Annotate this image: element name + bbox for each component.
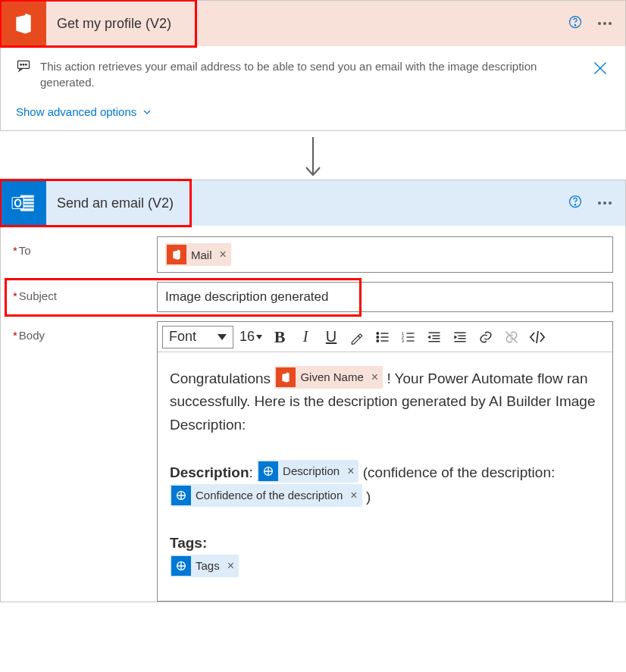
info-text: This action retrieves your email address…	[40, 58, 581, 90]
office-icon	[276, 367, 296, 387]
font-size-selector[interactable]: 16	[236, 326, 265, 349]
more-menu-icon[interactable]	[598, 22, 612, 25]
token-confidence[interactable]: Confidence of the description ×	[170, 484, 362, 507]
comment-icon	[16, 58, 31, 77]
action-card-get-profile: Get my profile (V2) This action retrieve…	[0, 0, 626, 131]
remove-token-icon[interactable]: ×	[368, 367, 378, 387]
editor-toolbar: Font 16 B I U	[158, 322, 612, 352]
body-tags-line: Tags: Tags ×	[170, 532, 600, 580]
outlook-icon	[1, 180, 46, 226]
label-to: *To	[13, 236, 157, 257]
token-given-name[interactable]: Given Name ×	[274, 366, 383, 389]
ai-builder-icon	[171, 486, 191, 505]
ai-builder-icon	[258, 461, 278, 481]
svg-point-5	[26, 64, 27, 66]
token-tags[interactable]: Tags ×	[170, 555, 239, 577]
remove-token-icon[interactable]: ×	[344, 461, 354, 481]
info-row: This action retrieves your email address…	[1, 46, 625, 96]
card-header[interactable]: Get my profile (V2)	[1, 1, 625, 46]
show-advanced-options-link[interactable]: Show advanced options	[1, 96, 625, 130]
svg-point-13	[377, 339, 379, 342]
underline-button[interactable]: U	[320, 326, 343, 349]
caret-down-icon	[256, 335, 262, 339]
link-button[interactable]	[474, 326, 497, 349]
field-row-subject: *Subject Image description generated	[13, 282, 613, 312]
to-input[interactable]: Mail ×	[157, 236, 613, 273]
token-description[interactable]: Description ×	[257, 460, 358, 483]
subject-input[interactable]: Image description generated	[157, 282, 613, 312]
svg-point-10	[574, 205, 575, 205]
help-icon[interactable]	[568, 14, 583, 33]
token-mail[interactable]: Mail ×	[165, 243, 231, 266]
advanced-options-label: Show advanced options	[16, 105, 136, 118]
remove-token-icon[interactable]: ×	[224, 556, 234, 576]
unlink-button[interactable]	[500, 326, 523, 349]
caret-down-icon	[218, 334, 227, 340]
bold-button[interactable]: B	[268, 326, 291, 349]
svg-point-12	[377, 336, 379, 338]
numbered-list-button[interactable]: 123	[397, 326, 420, 349]
color-picker-button[interactable]	[346, 326, 368, 349]
bullet-list-button[interactable]	[371, 326, 394, 349]
code-view-button[interactable]	[526, 326, 549, 349]
office-icon	[1, 1, 46, 46]
svg-point-3	[20, 64, 22, 66]
subject-value: Image description generated	[165, 289, 328, 305]
outdent-button[interactable]	[423, 326, 446, 349]
help-icon[interactable]	[568, 194, 583, 212]
close-icon[interactable]	[590, 58, 610, 81]
svg-point-11	[377, 332, 379, 334]
field-row-to: *To Mail ×	[13, 236, 613, 273]
action-card-send-email: Send an email (V2) *To Mail ×	[0, 180, 626, 602]
token-label: Mail	[191, 248, 212, 261]
svg-point-1	[574, 25, 575, 26]
body-description-line: Description: Description × (confidence o…	[170, 460, 600, 509]
card-title: Get my profile (V2)	[46, 16, 568, 32]
label-subject: *Subject	[13, 282, 157, 302]
editor-content[interactable]: Congratulations Given Name × ! Your Powe…	[158, 352, 612, 601]
svg-text:3: 3	[402, 338, 404, 342]
indent-button[interactable]	[449, 326, 471, 349]
remove-token-icon[interactable]: ×	[347, 486, 357, 505]
chevron-down-icon	[141, 106, 153, 118]
ai-builder-icon	[171, 556, 191, 576]
body-paragraph: Congratulations Given Name × ! Your Powe…	[170, 366, 600, 436]
label-body: *Body	[13, 321, 157, 342]
remove-token-icon[interactable]: ×	[217, 248, 227, 261]
italic-button[interactable]: I	[294, 326, 317, 349]
field-row-body: *Body Font 16 B I U	[13, 321, 613, 602]
card-title: Send an email (V2)	[46, 195, 568, 211]
card-header[interactable]: Send an email (V2)	[1, 180, 625, 226]
office-icon	[167, 245, 186, 264]
flow-arrow-icon	[0, 131, 626, 180]
more-menu-icon[interactable]	[598, 202, 612, 205]
font-selector[interactable]: Font	[162, 326, 233, 349]
svg-point-4	[23, 64, 24, 66]
rich-text-editor: Font 16 B I U	[157, 321, 613, 602]
